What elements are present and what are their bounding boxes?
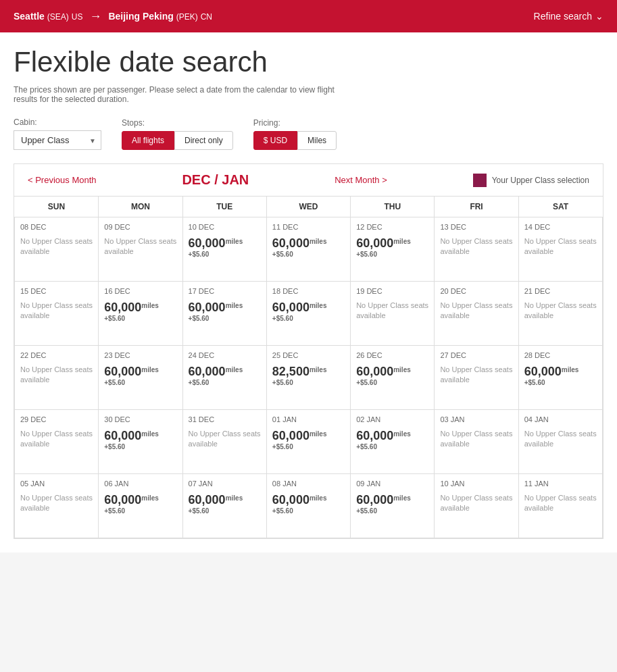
cell-unavailable-text: No Upper Class seats available bbox=[20, 429, 93, 450]
miles-label: miles bbox=[226, 302, 243, 309]
refine-search-button[interactable]: Refine search ⌄ bbox=[534, 11, 603, 22]
calendar-cell[interactable]: 09 DECNo Upper Class seats available bbox=[99, 217, 182, 282]
calendar-cell[interactable]: 13 DECNo Upper Class seats available bbox=[435, 217, 518, 282]
calendar-cell[interactable]: 22 DECNo Upper Class seats available bbox=[15, 346, 99, 410]
fee-label: +$5.60 bbox=[356, 379, 428, 386]
cell-price: 60,000miles+$5.60 bbox=[524, 365, 597, 386]
calendar-cell[interactable]: 08 DECNo Upper Class seats available bbox=[15, 217, 99, 282]
miles-number: 60,000 bbox=[104, 301, 141, 314]
calendar-row-1: 15 DECNo Upper Class seats available16 D… bbox=[15, 282, 603, 346]
calendar-row-3: 29 DECNo Upper Class seats available30 D… bbox=[15, 410, 603, 474]
calendar-cell[interactable]: 17 DEC60,000miles+$5.60 bbox=[182, 282, 266, 346]
cell-date-label: 17 DEC bbox=[189, 287, 261, 295]
miles-label: miles bbox=[393, 238, 411, 245]
cell-price: 60,000miles+$5.60 bbox=[104, 365, 176, 386]
calendar-cell[interactable]: 01 JAN60,000miles+$5.60 bbox=[266, 410, 350, 474]
origin-city: Seattle (SEA) US bbox=[14, 11, 82, 22]
calendar-cell[interactable]: 16 DEC60,000miles+$5.60 bbox=[99, 282, 182, 346]
calendar-cell[interactable]: 31 DECNo Upper Class seats available bbox=[182, 410, 266, 474]
fee-label: +$5.60 bbox=[104, 315, 176, 322]
cell-unavailable-text: No Upper Class seats available bbox=[104, 236, 176, 257]
cabin-label: Cabin: bbox=[14, 118, 101, 127]
cell-date-label: 18 DEC bbox=[272, 287, 345, 295]
pricing-control: Pricing: $ USD Miles bbox=[253, 118, 337, 150]
calendar-cell[interactable]: 28 DEC60,000miles+$5.60 bbox=[518, 346, 602, 410]
origin-country: US bbox=[72, 12, 83, 22]
calendar-cell[interactable]: 25 DEC82,500miles+$5.60 bbox=[266, 346, 350, 410]
fee-label: +$5.60 bbox=[189, 251, 261, 258]
fee-label: +$5.60 bbox=[189, 379, 261, 386]
cabin-control: Cabin: Upper Class ▼ bbox=[14, 118, 101, 150]
legend-color-box bbox=[473, 174, 487, 187]
calendar-cell[interactable]: 08 JAN60,000miles+$5.60 bbox=[266, 474, 350, 538]
calendar-cell[interactable]: 06 JAN60,000miles+$5.60 bbox=[99, 474, 182, 538]
calendar-cell[interactable]: 27 DECNo Upper Class seats available bbox=[435, 346, 518, 410]
miles-button[interactable]: Miles bbox=[297, 131, 337, 150]
cell-price: 60,000miles+$5.60 bbox=[356, 429, 428, 450]
calendar-cell[interactable]: 30 DEC60,000miles+$5.60 bbox=[99, 410, 182, 474]
calendar-nav: < Previous Month DEC / JAN Next Month > … bbox=[14, 164, 603, 197]
calendar-cell[interactable]: 15 DECNo Upper Class seats available bbox=[15, 282, 99, 346]
legend-text: Your Upper Class selection bbox=[492, 176, 589, 185]
miles-label: miles bbox=[310, 366, 327, 373]
usd-button[interactable]: $ USD bbox=[253, 131, 297, 150]
cell-date-label: 25 DEC bbox=[272, 351, 345, 359]
cell-date-label: 04 JAN bbox=[524, 415, 597, 423]
miles-label: miles bbox=[141, 366, 159, 373]
calendar-cell[interactable]: 02 JAN60,000miles+$5.60 bbox=[351, 410, 435, 474]
prev-month-link[interactable]: < Previous Month bbox=[28, 175, 97, 185]
cell-unavailable-text: No Upper Class seats available bbox=[524, 493, 597, 514]
calendar-row-4: 05 JANNo Upper Class seats available06 J… bbox=[15, 474, 603, 538]
miles-number: 60,000 bbox=[272, 236, 310, 250]
miles-label: miles bbox=[141, 430, 159, 438]
calendar-cell[interactable]: 14 DECNo Upper Class seats available bbox=[518, 217, 602, 282]
calendar-cell[interactable]: 03 JANNo Upper Class seats available bbox=[435, 410, 518, 474]
miles-number: 60,000 bbox=[356, 493, 393, 507]
cell-unavailable-text: No Upper Class seats available bbox=[356, 301, 428, 321]
calendar-cell[interactable]: 12 DEC60,000miles+$5.60 bbox=[351, 217, 435, 282]
cell-date-label: 10 JAN bbox=[440, 480, 512, 488]
chevron-down-icon: ⌄ bbox=[595, 11, 603, 22]
fee-label: +$5.60 bbox=[104, 379, 176, 386]
calendar-cell[interactable]: 23 DEC60,000miles+$5.60 bbox=[99, 346, 182, 410]
calendar-cell[interactable]: 24 DEC60,000miles+$5.60 bbox=[182, 346, 266, 410]
calendar-cell[interactable]: 10 DEC60,000miles+$5.60 bbox=[182, 217, 266, 282]
calendar-cell[interactable]: 18 DEC60,000miles+$5.60 bbox=[266, 282, 350, 346]
cell-date-label: 13 DEC bbox=[440, 223, 512, 231]
cell-unavailable-text: No Upper Class seats available bbox=[20, 493, 93, 514]
calendar-cell[interactable]: 29 DECNo Upper Class seats available bbox=[15, 410, 99, 474]
fee-label: +$5.60 bbox=[104, 443, 176, 450]
calendar-cell[interactable]: 04 JANNo Upper Class seats available bbox=[518, 410, 602, 474]
miles-label: miles bbox=[393, 430, 411, 438]
fee-label: +$5.60 bbox=[356, 443, 428, 450]
all-flights-button[interactable]: All flights bbox=[122, 131, 174, 150]
direct-only-button[interactable]: Direct only bbox=[174, 131, 233, 150]
cabin-select-wrapper[interactable]: Upper Class ▼ bbox=[14, 130, 101, 150]
calendar-cell[interactable]: 19 DECNo Upper Class seats available bbox=[351, 282, 435, 346]
stops-btn-group: All flights Direct only bbox=[122, 131, 233, 150]
miles-label: miles bbox=[310, 494, 327, 502]
miles-number: 60,000 bbox=[272, 429, 310, 442]
calendar-cell[interactable]: 05 JANNo Upper Class seats available bbox=[15, 474, 99, 538]
cell-date-label: 05 JAN bbox=[20, 480, 93, 488]
cell-date-label: 21 DEC bbox=[524, 287, 597, 295]
calendar-cell[interactable]: 21 DECNo Upper Class seats available bbox=[518, 282, 602, 346]
cabin-select[interactable]: Upper Class bbox=[14, 130, 101, 150]
cell-unavailable-text: No Upper Class seats available bbox=[20, 301, 93, 321]
fee-label: +$5.60 bbox=[272, 443, 345, 450]
calendar-cell[interactable]: 10 JANNo Upper Class seats available bbox=[435, 474, 518, 538]
cell-price: 60,000miles+$5.60 bbox=[356, 236, 428, 258]
calendar-cell[interactable]: 26 DEC60,000miles+$5.60 bbox=[351, 346, 435, 410]
fee-label: +$5.60 bbox=[272, 379, 345, 386]
calendar-cell[interactable]: 09 JAN60,000miles+$5.60 bbox=[351, 474, 435, 538]
miles-number: 60,000 bbox=[189, 365, 226, 378]
miles-label: miles bbox=[393, 366, 411, 373]
calendar-cell[interactable]: 07 JAN60,000miles+$5.60 bbox=[182, 474, 266, 538]
calendar-cell[interactable]: 11 DEC60,000miles+$5.60 bbox=[266, 217, 350, 282]
cell-date-label: 07 JAN bbox=[189, 480, 261, 488]
next-month-link[interactable]: Next Month > bbox=[335, 175, 387, 185]
miles-number: 60,000 bbox=[104, 493, 141, 507]
calendar-cell[interactable]: 20 DECNo Upper Class seats available bbox=[435, 282, 518, 346]
calendar-cell[interactable]: 11 JANNo Upper Class seats available bbox=[518, 474, 602, 538]
miles-number: 60,000 bbox=[524, 365, 562, 378]
